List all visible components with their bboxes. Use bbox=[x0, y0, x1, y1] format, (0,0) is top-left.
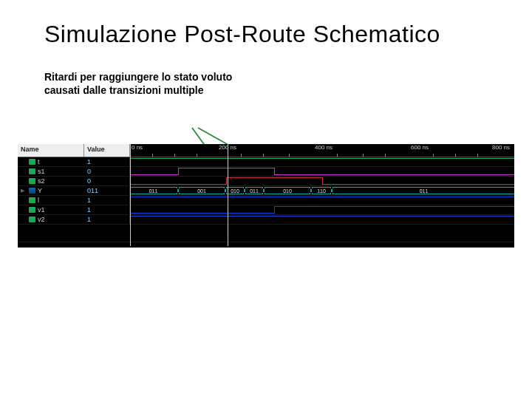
signal-label: Y bbox=[38, 187, 42, 194]
time-tick: 0 ns bbox=[132, 144, 143, 151]
signal-value-cell: 1 bbox=[84, 205, 130, 214]
signal-scalar-icon bbox=[29, 178, 35, 184]
waveform-panel: Name Value 0 ns 200 ns 400 ns 600 ns 800… bbox=[18, 144, 514, 248]
column-header-value[interactable]: Value bbox=[84, 144, 130, 157]
time-ruler[interactable]: 0 ns 200 ns 400 ns 600 ns 800 ns bbox=[130, 144, 514, 157]
signal-row[interactable]: s1 0 bbox=[18, 167, 514, 177]
signal-wave[interactable] bbox=[130, 196, 514, 205]
signal-name-cell: s2 bbox=[18, 177, 84, 185]
slide: Simulazione Post-Route Schematico Ritard… bbox=[0, 0, 532, 399]
signal-wave[interactable] bbox=[130, 167, 514, 176]
signal-wave[interactable] bbox=[130, 177, 514, 185]
signal-label: v2 bbox=[38, 216, 45, 223]
signal-row[interactable]: v2 1 bbox=[18, 215, 514, 225]
bus-segment: 110 bbox=[313, 187, 330, 194]
column-header-name[interactable]: Name bbox=[18, 144, 84, 157]
signal-value-cell: 1 bbox=[84, 157, 130, 166]
signal-scalar-icon bbox=[29, 216, 35, 222]
bus-segment: 011 bbox=[246, 187, 262, 194]
signal-value-cell: 0 bbox=[84, 167, 130, 176]
signal-row[interactable]: t 1 bbox=[18, 157, 514, 167]
signal-label: t bbox=[38, 158, 40, 166]
empty-row bbox=[18, 225, 514, 242]
time-tick: 800 ns bbox=[492, 144, 510, 151]
time-cursor[interactable] bbox=[228, 144, 228, 246]
signal-name-cell: v2 bbox=[18, 215, 84, 224]
slide-title: Simulazione Post-Route Schematico bbox=[0, 0, 532, 48]
time-tick: 600 ns bbox=[411, 144, 429, 151]
expand-toggle[interactable]: ▶ bbox=[21, 188, 27, 194]
signal-value-cell: 0 bbox=[84, 177, 130, 185]
bus-segment: 011 bbox=[333, 187, 514, 194]
subtitle-line-2: causati dalle transizioni multiple bbox=[44, 84, 204, 96]
signal-wave[interactable] bbox=[130, 215, 514, 224]
signal-name-cell: ▶ Y bbox=[18, 186, 84, 195]
slide-subtitle: Ritardi per raggiungere lo stato voluto … bbox=[0, 48, 532, 97]
signal-label: s1 bbox=[38, 168, 45, 175]
signal-scalar-icon bbox=[29, 168, 35, 174]
signal-scalar-icon bbox=[29, 159, 35, 165]
signal-wave[interactable] bbox=[130, 205, 514, 214]
time-tick: 400 ns bbox=[315, 144, 332, 151]
signal-scalar-icon bbox=[29, 197, 35, 203]
waveform-header: Name Value 0 ns 200 ns 400 ns 600 ns 800… bbox=[18, 144, 514, 157]
bus-segment: 010 bbox=[265, 187, 310, 194]
bus-segment: 001 bbox=[180, 187, 224, 194]
signal-value-cell: 011 bbox=[84, 186, 130, 195]
bus-segment: 010 bbox=[227, 187, 243, 194]
time-cursor[interactable] bbox=[130, 144, 131, 246]
signal-label: v1 bbox=[38, 206, 45, 214]
signal-value-cell: 1 bbox=[84, 215, 130, 224]
signal-scalar-icon bbox=[29, 207, 35, 213]
signal-wave[interactable]: 011 001 010 011 010 110 011 bbox=[130, 186, 514, 195]
signal-name-cell: s1 bbox=[18, 167, 84, 176]
signal-bus-icon bbox=[29, 188, 35, 194]
signal-row[interactable]: s2 0 bbox=[18, 177, 514, 186]
waveform-rows: t 1 s1 0 bbox=[18, 157, 514, 242]
subtitle-line-1: Ritardi per raggiungere lo stato voluto bbox=[44, 71, 232, 83]
signal-name-cell: v1 bbox=[18, 205, 84, 214]
bus-segment: 011 bbox=[130, 187, 177, 194]
signal-row[interactable]: ▶ Y 011 011 001 010 011 010 110 bbox=[18, 186, 514, 196]
signal-name-cell: t bbox=[18, 157, 84, 166]
signal-name-cell: l bbox=[18, 196, 84, 205]
signal-label: l bbox=[38, 197, 39, 204]
signal-wave[interactable] bbox=[130, 157, 514, 166]
signal-value-cell: 1 bbox=[84, 196, 130, 205]
signal-label: s2 bbox=[38, 177, 45, 185]
signal-row[interactable]: v1 1 bbox=[18, 205, 514, 215]
signal-row[interactable]: l 1 bbox=[18, 196, 514, 205]
